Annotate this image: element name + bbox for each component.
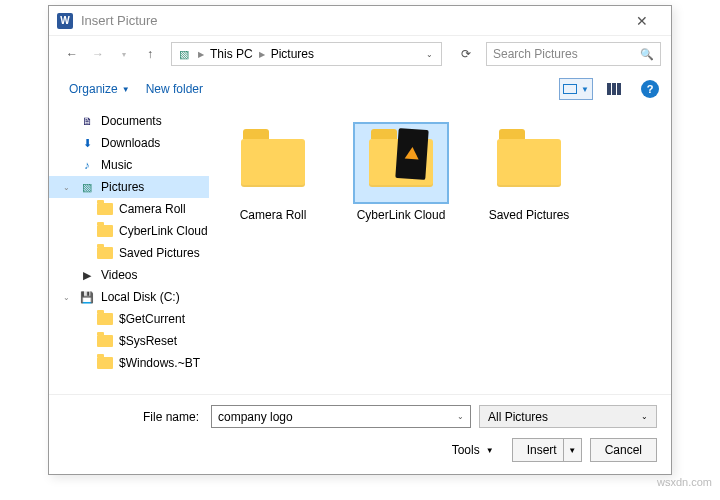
chevron-down-icon[interactable]: ⌄ <box>63 293 73 302</box>
folder-icon <box>369 139 433 187</box>
tree-windows-bt[interactable]: $Windows.~BT <box>49 352 209 374</box>
item-label: Saved Pictures <box>489 208 570 222</box>
search-input[interactable]: Search Pictures 🔍 <box>486 42 661 66</box>
item-label: CyberLink Cloud <box>357 208 446 222</box>
tree-saved-pictures[interactable]: Saved Pictures <box>49 242 209 264</box>
word-icon: W <box>57 13 73 29</box>
folder-icon <box>97 357 113 369</box>
watermark: wsxdn.com <box>657 476 712 488</box>
breadcrumb-this-pc[interactable]: This PC <box>204 47 259 61</box>
tree-cyberlink-cloud[interactable]: CyberLink Cloud <box>49 220 209 242</box>
back-button[interactable]: ← <box>61 43 83 65</box>
music-icon: ♪ <box>79 157 95 173</box>
tree-music[interactable]: ♪Music <box>49 154 209 176</box>
item-label: Camera Roll <box>240 208 307 222</box>
breadcrumb-pictures[interactable]: Pictures <box>265 47 320 61</box>
navbar: ← → ▾ ↑ ▧ ▶ This PC ▶ Pictures ⌄ ⟳ Searc… <box>49 36 671 72</box>
tree-camera-roll[interactable]: Camera Roll <box>49 198 209 220</box>
folder-saved-pictures[interactable]: Saved Pictures <box>479 124 579 222</box>
columns-icon <box>607 83 621 95</box>
address-dropdown[interactable]: ⌄ <box>422 50 437 59</box>
tree-pictures[interactable]: ⌄▧Pictures <box>49 176 209 198</box>
pictures-icon: ▧ <box>79 179 95 195</box>
refresh-button[interactable]: ⟳ <box>456 47 476 61</box>
tree-local-disk[interactable]: ⌄💾Local Disk (C:) <box>49 286 209 308</box>
dialog-body: 🗎Documents ⬇Downloads ♪Music ⌄▧Pictures … <box>49 106 671 394</box>
organize-menu[interactable]: Organize▼ <box>61 78 138 100</box>
close-button[interactable]: ✕ <box>621 13 663 29</box>
disk-icon: 💾 <box>79 289 95 305</box>
footer: File name: company logo ⌄ All Pictures ⌄… <box>49 394 671 474</box>
insert-dropdown[interactable]: ▼ <box>563 439 581 461</box>
folder-camera-roll[interactable]: Camera Roll <box>223 124 323 222</box>
tree-sysreset[interactable]: $SysReset <box>49 330 209 352</box>
tree-documents[interactable]: 🗎Documents <box>49 110 209 132</box>
new-folder-button[interactable]: New folder <box>138 78 211 100</box>
tree-downloads[interactable]: ⬇Downloads <box>49 132 209 154</box>
folder-icon <box>97 225 113 237</box>
chevron-down-icon[interactable]: ⌄ <box>63 183 73 192</box>
search-icon[interactable]: 🔍 <box>640 48 654 61</box>
help-button[interactable]: ? <box>641 80 659 98</box>
chevron-down-icon: ▼ <box>486 446 494 455</box>
documents-icon: 🗎 <box>79 113 95 129</box>
videos-icon: ▶ <box>79 267 95 283</box>
chevron-down-icon: ▼ <box>122 85 130 94</box>
tools-menu[interactable]: Tools▼ <box>452 443 494 457</box>
titlebar: W Insert Picture ✕ <box>49 6 671 36</box>
tree-videos[interactable]: ▶Videos <box>49 264 209 286</box>
file-grid[interactable]: Camera Roll CyberLink Cloud Saved Pictur… <box>209 106 671 394</box>
folder-icon <box>497 139 561 187</box>
insert-picture-dialog: W Insert Picture ✕ ← → ▾ ↑ ▧ ▶ This PC ▶… <box>48 5 672 475</box>
window-title: Insert Picture <box>81 13 621 28</box>
folder-icon <box>97 203 113 215</box>
search-placeholder: Search Pictures <box>493 47 640 61</box>
folder-icon <box>241 139 305 187</box>
pictures-icon: ▧ <box>176 46 192 62</box>
recent-dropdown[interactable]: ▾ <box>113 43 135 65</box>
filename-input[interactable]: company logo ⌄ <box>211 405 471 428</box>
forward-button[interactable]: → <box>87 43 109 65</box>
chevron-down-icon: ⌄ <box>641 412 648 421</box>
tree-getcurrent[interactable]: $GetCurrent <box>49 308 209 330</box>
filename-label: File name: <box>63 410 203 424</box>
chevron-down-icon[interactable]: ⌄ <box>457 412 464 421</box>
insert-button[interactable]: Insert ▼ <box>512 438 582 462</box>
view-icon <box>563 84 577 94</box>
cancel-button[interactable]: Cancel <box>590 438 657 462</box>
address-bar[interactable]: ▧ ▶ This PC ▶ Pictures ⌄ <box>171 42 442 66</box>
preview-pane-button[interactable] <box>597 78 631 100</box>
view-mode-button[interactable]: ▼ <box>559 78 593 100</box>
filename-value: company logo <box>218 410 293 424</box>
folder-cyberlink-cloud[interactable]: CyberLink Cloud <box>351 124 451 222</box>
file-type-filter[interactable]: All Pictures ⌄ <box>479 405 657 428</box>
downloads-icon: ⬇ <box>79 135 95 151</box>
folder-icon <box>97 335 113 347</box>
media-preview-icon <box>395 128 428 180</box>
up-button[interactable]: ↑ <box>139 43 161 65</box>
nav-tree: 🗎Documents ⬇Downloads ♪Music ⌄▧Pictures … <box>49 106 209 394</box>
toolbar: Organize▼ New folder ▼ ? <box>49 72 671 106</box>
folder-icon <box>97 247 113 259</box>
folder-icon <box>97 313 113 325</box>
